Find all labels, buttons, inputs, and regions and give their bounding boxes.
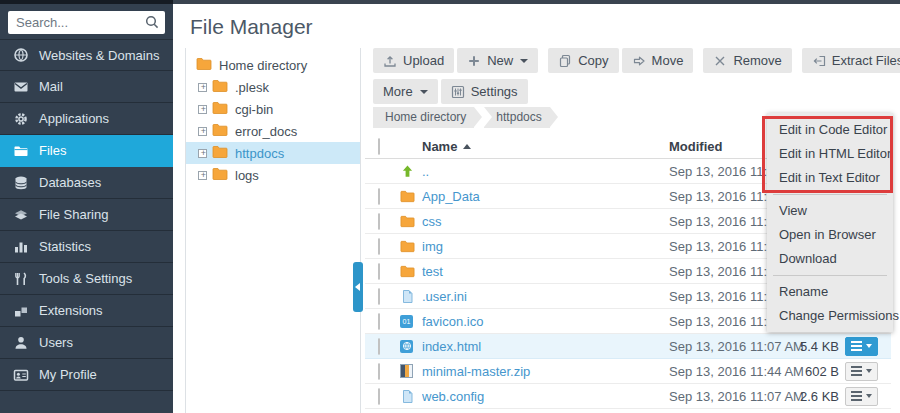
expand-plus-icon[interactable]: [198, 105, 207, 114]
tree-item-label: logs: [235, 168, 259, 183]
row-checkbox[interactable]: [378, 313, 380, 330]
settings-button[interactable]: Settings: [441, 79, 528, 104]
globe-icon: [13, 47, 29, 63]
file-link[interactable]: img: [422, 239, 669, 254]
tree-item-label: error_docs: [235, 124, 297, 139]
extract-files-button[interactable]: Extract Files: [802, 48, 900, 73]
menu-item-rename[interactable]: Rename: [767, 280, 893, 304]
menu-item-download[interactable]: Download: [767, 247, 893, 271]
search-icon[interactable]: [144, 14, 160, 34]
menu-item-edit-in-html-editor[interactable]: Edit in HTML Editor: [767, 142, 893, 166]
table-row-selected[interactable]: index.html Sep 13, 2016 11:07 AM 5.4 KB: [365, 334, 891, 359]
file-link[interactable]: ..: [422, 164, 669, 179]
tree-item-error-docs[interactable]: error_docs: [186, 120, 360, 142]
page-title: File Manager: [190, 15, 313, 39]
menu-item-edit-in-text-editor[interactable]: Edit in Text Editor: [767, 166, 893, 190]
row-menu-button[interactable]: [845, 362, 878, 381]
table-row[interactable]: minimal-master.zip Sep 13, 2016 11:44 AM…: [365, 359, 891, 384]
search-box: [8, 11, 165, 34]
search-input[interactable]: [8, 11, 165, 34]
sidebar-item-files[interactable]: Files: [0, 135, 173, 167]
sidebar-item-label: File Sharing: [39, 207, 108, 222]
menu-item-open-in-browser[interactable]: Open in Browser: [767, 223, 893, 247]
sidebar-item-mail[interactable]: Mail: [0, 71, 173, 103]
sidebar-item-extensions[interactable]: Extensions: [0, 295, 173, 327]
tree-collapse-handle[interactable]: [353, 262, 363, 312]
upload-button[interactable]: Upload: [373, 48, 454, 73]
sliders-icon: [451, 85, 465, 99]
copy-button[interactable]: Copy: [548, 48, 618, 73]
sidebar-item-file-sharing[interactable]: File Sharing: [0, 199, 173, 231]
toolbar-secondary: More Settings: [373, 79, 880, 104]
folder-icon: [212, 167, 228, 184]
expand-plus-icon[interactable]: [198, 127, 207, 136]
html-file-icon: [400, 340, 422, 353]
breadcrumb-httpdocs[interactable]: httpdocs: [484, 107, 549, 128]
sidebar-item-my-profile[interactable]: My Profile: [0, 359, 173, 391]
tree-item-cgi-bin[interactable]: cgi-bin: [186, 98, 360, 120]
new-button[interactable]: New: [457, 48, 538, 73]
tree-item-plesk[interactable]: .plesk: [186, 76, 360, 98]
column-header-name[interactable]: Name: [422, 139, 669, 154]
tree-item-label: httpdocs: [235, 146, 284, 161]
row-checkbox[interactable]: [378, 388, 380, 405]
file-link[interactable]: favicon.ico: [422, 314, 669, 329]
copy-icon: [558, 54, 572, 68]
expand-plus-icon[interactable]: [198, 149, 207, 158]
file-link[interactable]: .user.ini: [422, 289, 669, 304]
sidebar-item-label: Extensions: [39, 303, 103, 318]
tree-item-label: cgi-bin: [235, 102, 273, 117]
row-checkbox[interactable]: [378, 238, 380, 255]
sidebar-item-applications[interactable]: Applications: [0, 103, 173, 135]
sidebar-item-statistics[interactable]: Statistics: [0, 231, 173, 263]
file-link[interactable]: css: [422, 214, 669, 229]
toolbar: Upload New Copy Move Remove Extract File…: [373, 48, 880, 73]
modified-cell: Sep 13, 2016 11:07 AM: [669, 389, 789, 404]
row-menu-button-open[interactable]: [845, 337, 878, 356]
row-checkbox[interactable]: [378, 263, 380, 280]
row-menu-button[interactable]: [845, 387, 878, 406]
breadcrumb-home-directory[interactable]: Home directory: [373, 107, 474, 128]
hamburger-icon: [851, 345, 862, 347]
button-label: New: [487, 53, 513, 68]
hamburger-icon: [851, 395, 862, 397]
sidebar-item-tools-settings[interactable]: Tools & Settings: [0, 263, 173, 295]
chevron-down-icon: [520, 59, 528, 63]
file-link[interactable]: index.html: [422, 339, 669, 354]
expand-plus-icon[interactable]: [198, 83, 207, 92]
row-context-menu: Edit in Code Editor Edit in HTML Editor …: [767, 113, 893, 332]
table-row[interactable]: web.config Sep 13, 2016 11:07 AM 2.6 KB: [365, 384, 891, 409]
sidebar-item-users[interactable]: Users: [0, 327, 173, 359]
zip-file-icon: [400, 364, 422, 378]
remove-button[interactable]: Remove: [703, 48, 791, 73]
row-checkbox[interactable]: [378, 213, 380, 230]
sidebar-item-websites-domains[interactable]: Websites & Domains: [0, 39, 173, 71]
menu-item-view[interactable]: View: [767, 199, 893, 223]
menu-item-change-permissions[interactable]: Change Permissions: [767, 304, 893, 328]
chevron-down-icon: [866, 394, 872, 398]
tree-item-httpdocs[interactable]: httpdocs: [186, 142, 360, 164]
file-link[interactable]: minimal-master.zip: [422, 364, 669, 379]
file-link[interactable]: test: [422, 264, 669, 279]
button-label: Copy: [578, 53, 608, 68]
sidebar-item-label: Statistics: [39, 239, 91, 254]
file-link[interactable]: App_Data: [422, 189, 669, 204]
file-link[interactable]: web.config: [422, 389, 669, 404]
row-checkbox[interactable]: [378, 363, 380, 380]
sidebar-item-databases[interactable]: Databases: [0, 167, 173, 199]
gear-icon: [13, 111, 29, 127]
move-button[interactable]: Move: [622, 48, 694, 73]
tree-item-logs[interactable]: logs: [186, 164, 360, 186]
upload-icon: [383, 54, 397, 68]
modified-cell: Sep 13, 2016 11:44 AM: [669, 364, 789, 379]
expand-plus-icon[interactable]: [198, 171, 207, 180]
row-checkbox[interactable]: [378, 338, 380, 355]
tree-item-home-directory[interactable]: Home directory: [186, 54, 360, 76]
file-icon: [400, 289, 422, 304]
row-checkbox[interactable]: [378, 288, 380, 305]
menu-item-edit-in-code-editor[interactable]: Edit in Code Editor: [767, 118, 893, 142]
select-all-checkbox[interactable]: [378, 138, 380, 155]
button-label: Upload: [403, 53, 444, 68]
more-button[interactable]: More: [373, 79, 438, 104]
row-checkbox[interactable]: [378, 188, 380, 205]
